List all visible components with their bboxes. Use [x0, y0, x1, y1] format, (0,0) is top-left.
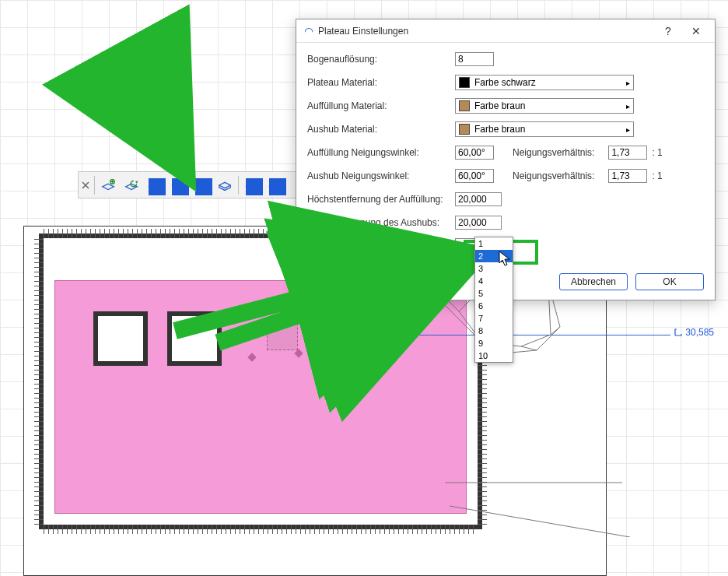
picker-aushub-material[interactable]: Farbe braun ▸: [455, 121, 634, 137]
label-auffuellung-material: Auffüllung Material:: [307, 100, 455, 111]
building-footprint-1[interactable]: [93, 311, 148, 366]
svg-rect-3: [195, 178, 212, 195]
cancel-button[interactable]: Abbrechen: [559, 273, 628, 290]
input-aushub-winkel[interactable]: [455, 169, 494, 183]
input-bogenaufloesung[interactable]: [455, 52, 494, 66]
toolbar-separator: [238, 176, 239, 195]
plateau-settings-button[interactable]: [143, 174, 166, 196]
ruler-bottom: [44, 525, 478, 534]
dropdown-option[interactable]: 1: [475, 237, 513, 250]
coord-icon: [674, 328, 682, 336]
app-icon: ◠: [304, 25, 313, 37]
label-bogenaufloesung: Bogenauflösung:: [307, 54, 455, 65]
label-auffuellung-winkel: Auffüllung Neigungswinkel:: [307, 147, 455, 158]
input-hoechst-aushub[interactable]: [455, 216, 502, 230]
svg-rect-5: [269, 178, 286, 195]
selection-marquee[interactable]: [267, 319, 298, 350]
dropdown-option[interactable]: 9: [475, 337, 513, 349]
label-hoechst-auffuellung: Höchstentfernung der Auffüllung:: [307, 194, 455, 205]
ratio-suffix: : 1: [652, 170, 662, 181]
dropdown-option[interactable]: 6: [475, 300, 513, 312]
ok-button[interactable]: OK: [635, 273, 704, 290]
coord-value: 30,585: [685, 327, 714, 338]
picker-auffuellung-material[interactable]: Farbe braun ▸: [455, 98, 634, 114]
prioritaet-dropdown[interactable]: 1 2 3 4 5 6 7 8 9 10: [474, 237, 513, 363]
material-name: Farbe schwarz: [474, 77, 536, 88]
dropdown-option[interactable]: 5: [475, 287, 513, 300]
label-plateau-material: Plateau Material:: [307, 77, 455, 88]
label-neigungsverhaeltnis-2: Neigungsverhältnis:: [513, 170, 594, 181]
dropdown-option[interactable]: 8: [475, 325, 513, 337]
chevron-right-icon: ▸: [626, 79, 630, 87]
input-verhaeltnis-2[interactable]: [608, 169, 647, 183]
label-aushub-material: Aushub Material:: [307, 124, 455, 135]
chevron-right-icon: ▸: [626, 102, 630, 111]
swatch-aushub: [459, 124, 470, 135]
label-hoechst-aushub: Höchstentfernung des Aushubs:: [307, 217, 455, 228]
material-name: Farbe braun: [474, 124, 525, 135]
dialog-title: Plateau Einstellungen: [318, 26, 654, 37]
svg-rect-2: [172, 178, 189, 195]
dialog-titlebar[interactable]: ◠ Plateau Einstellungen ? ✕: [296, 19, 715, 43]
close-button[interactable]: ✕: [682, 20, 710, 42]
dropdown-option[interactable]: 3: [475, 262, 513, 275]
ratio-suffix: : 1: [652, 147, 662, 158]
material-name: Farbe braun: [474, 100, 525, 111]
input-verhaeltnis-1[interactable]: [608, 146, 647, 160]
mesh-slab-button[interactable]: [213, 174, 236, 196]
pet-palette-toolbar[interactable]: [78, 171, 311, 198]
ruler-left: [34, 238, 44, 525]
label-aushub-winkel: Aushub Neigungswinkel:: [307, 170, 455, 181]
swatch-plateau: [459, 77, 470, 88]
mesh-angle-button[interactable]: [190, 174, 213, 196]
help-button[interactable]: ?: [654, 20, 682, 42]
picker-plateau-material[interactable]: Farbe schwarz ▸: [455, 75, 634, 90]
svg-rect-1: [149, 178, 166, 195]
input-hoechst-auffuellung[interactable]: [455, 192, 502, 206]
select-value: 1: [459, 241, 464, 251]
dialog-body: Bogenauflösung: Plateau Material: Farbe …: [296, 43, 715, 265]
coordinate-readout: 30,585: [674, 327, 714, 338]
mesh-edit-button[interactable]: [240, 174, 264, 196]
input-auffuellung-winkel[interactable]: [455, 146, 494, 160]
mesh-cycle-button[interactable]: [120, 174, 143, 196]
label-neigungsverhaeltnis-1: Neigungsverhältnis:: [513, 147, 594, 158]
toolbar-close-icon[interactable]: [82, 181, 89, 189]
building-footprint-2[interactable]: [167, 311, 222, 366]
mesh-layer-button[interactable]: [166, 174, 190, 196]
swatch-auffuellung: [459, 100, 470, 111]
mesh-delete-button[interactable]: [264, 174, 287, 196]
label-prioritaet: Priorität:: [307, 241, 455, 251]
mesh-add-button[interactable]: [96, 174, 120, 196]
dropdown-option[interactable]: 7: [475, 312, 513, 325]
dropdown-option[interactable]: 10: [475, 349, 513, 362]
edit-handle[interactable]: [311, 331, 320, 340]
svg-rect-4: [246, 178, 263, 195]
chevron-right-icon: ▸: [626, 125, 630, 134]
toolbar-separator: [94, 176, 95, 195]
dropdown-option-selected[interactable]: 2: [475, 250, 513, 262]
dropdown-option[interactable]: 4: [475, 275, 513, 287]
